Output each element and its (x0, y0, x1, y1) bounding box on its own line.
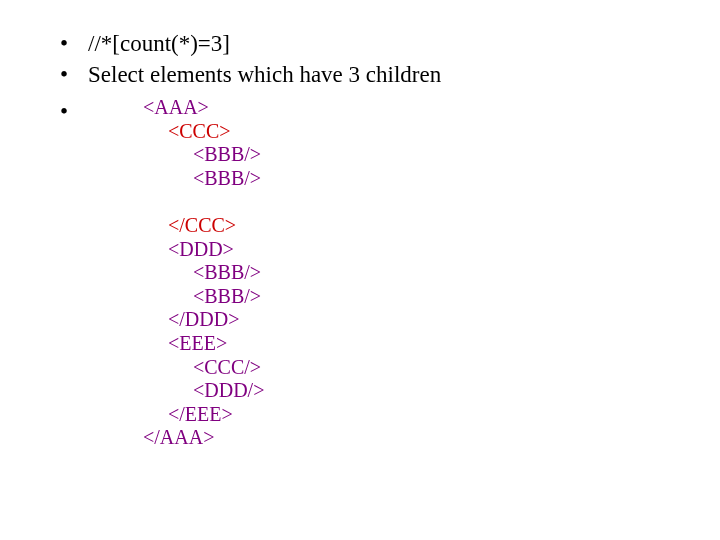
code-line: <CCC> (143, 120, 720, 144)
code-line: </EEE> (143, 403, 720, 427)
bullet-item-xpath: //*[count(*)=3] (60, 28, 720, 59)
code-line: <BBB/> (143, 285, 720, 309)
xpath-expression: //*[count(*)=3] (88, 31, 230, 56)
code-line: </DDD> (143, 308, 720, 332)
bullet-list: //*[count(*)=3] Select elements which ha… (60, 28, 720, 450)
code-line: <CCC/> (143, 356, 720, 380)
code-line: <DDD/> (143, 379, 720, 403)
description-text: Select elements which have 3 children (88, 62, 441, 87)
code-line: <EEE> (143, 332, 720, 356)
bullet-item-description: Select elements which have 3 children (60, 59, 720, 90)
bullet-item-code: <AAA> <CCC> <BBB/> <BBB/> </CCC> <DDD> <… (60, 96, 720, 450)
code-line: <BBB/> (143, 261, 720, 285)
code-line: </CCC> (143, 214, 720, 238)
code-line: </AAA> (143, 426, 720, 450)
code-line: <AAA> (143, 96, 720, 120)
code-line (143, 190, 720, 214)
xml-code-block: <AAA> <CCC> <BBB/> <BBB/> </CCC> <DDD> <… (143, 96, 720, 450)
code-line: <DDD> (143, 238, 720, 262)
code-line: <BBB/> (143, 167, 720, 191)
code-line: <BBB/> (143, 143, 720, 167)
